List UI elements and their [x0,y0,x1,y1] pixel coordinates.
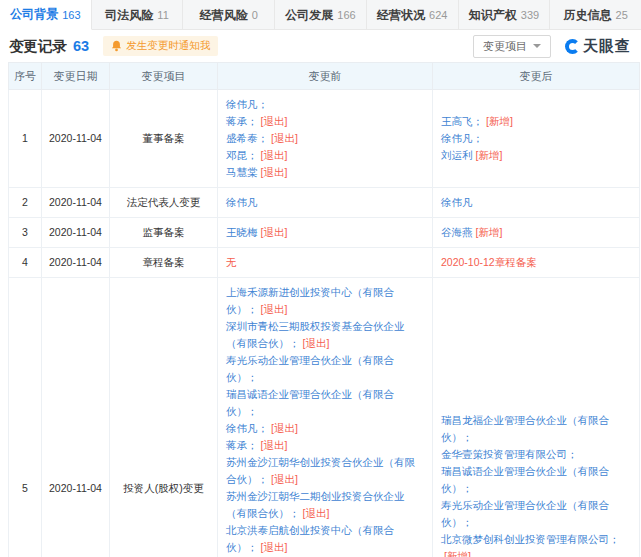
change-item: 法定代表人变更 [110,188,218,218]
change-after-cell: 徐伟凡 [433,188,640,218]
entity-link[interactable]: 徐伟凡； [441,132,483,144]
top-tabbar: 公司背景163司法风险11经营风险0公司发展166经营状况624知识产权339历… [0,0,641,30]
table-row: 32020-11-04监事备案王晓梅[退出]谷海燕[新增] [9,218,640,248]
change-tag: [退出] [261,226,288,238]
change-entry: 北京微梦创科创业投资管理有限公司；[新增] [441,531,631,557]
row-number: 1 [9,90,42,188]
entity-link[interactable]: 刘运利 [441,149,473,161]
change-tag: [退出] [303,337,330,349]
entity-link[interactable]: 寿光乐动企业管理合伙企业（有限合伙）； [226,354,394,383]
entity-link[interactable]: 北京微梦创科创业投资管理有限公司； [441,533,620,545]
notify-label: 发生变更时通知我 [126,39,210,53]
entity-link[interactable]: 金华壹策投资管理有限公司； [441,448,578,460]
filter-dropdown-button[interactable]: 变更项目 [473,35,551,58]
tab-operation-risk[interactable]: 经营风险0 [183,0,275,30]
tab-label: 公司发展 [285,7,333,24]
change-entry: 深圳市青松三期股权投资基金合伙企业（有限合伙）；[退出] [226,318,424,352]
tab-judicial-risk[interactable]: 司法风险11 [92,0,184,30]
change-date: 2020-11-04 [42,278,110,557]
row-number: 3 [9,218,42,248]
notify-badge[interactable]: 发生变更时通知我 [103,36,218,56]
change-entry: 金华壹策投资管理有限公司； [441,446,631,463]
change-before-cell: 徐伟凡 [218,188,433,218]
change-date: 2020-11-04 [42,248,110,278]
tab-count: 166 [337,9,355,21]
table-row: 22020-11-04法定代表人变更徐伟凡徐伟凡 [9,188,640,218]
entity-link[interactable]: 王晓梅 [226,226,258,238]
change-entry: 徐伟凡； [441,130,631,147]
change-tag: [新增] [486,115,513,127]
change-entry: 马慧棠[退出] [226,164,424,181]
tab-label: 经营状况 [377,7,425,24]
tab-count: 11 [157,9,168,21]
tab-count: 624 [429,9,447,21]
entity-link[interactable]: 北京洪泰启航创业投资中心（有限合伙）； [226,524,394,553]
change-entry: 2020-10-12章程备案 [441,254,631,271]
plain-value: 2020-10-12章程备案 [441,256,537,268]
change-item: 投资人(股权)变更 [110,278,218,557]
change-entry: 徐伟凡； [226,96,424,113]
section-count: 63 [73,38,89,54]
change-entry: 苏州金沙江朝华创业投资合伙企业（有限合伙）；[退出] [226,454,424,488]
entity-link[interactable]: 寿光乐动企业管理合伙企业（有限合伙）； [441,499,609,528]
table-header: 序号变更日期变更项目变更前变更后 [9,63,640,90]
entity-link[interactable]: 马慧棠 [226,166,258,178]
entity-link[interactable]: 徐伟凡 [441,196,473,208]
tab-operation-status[interactable]: 经营状况624 [367,0,459,30]
row-number: 4 [9,248,42,278]
change-date: 2020-11-04 [42,90,110,188]
entity-link[interactable]: 瑞昌龙福企业管理合伙企业（有限合伙）； [441,414,609,443]
brand-logo: 天眼查 [565,37,631,56]
change-entry: 徐伟凡 [226,194,424,211]
change-date: 2020-11-04 [42,188,110,218]
entity-link[interactable]: 谷海燕 [441,226,473,238]
entity-link[interactable]: 徐伟凡 [226,196,258,208]
table-row: 42020-11-04章程备案无2020-10-12章程备案 [9,248,640,278]
table-row: 12020-11-04董事备案徐伟凡；蒋承；[退出]盛希泰；[退出]邓昆；[退出… [9,90,640,188]
tab-company-development[interactable]: 公司发展166 [275,0,367,30]
entity-link[interactable]: 瑞昌诚语企业管理合伙企业（有限合伙）； [226,388,394,417]
entity-link[interactable]: 王高飞； [441,115,483,127]
change-tag: [退出] [261,303,288,315]
entity-link[interactable]: 蒋承； [226,115,258,127]
change-tag: [退出] [303,507,330,519]
tab-label: 历史信息 [564,7,612,24]
change-after-cell: 王高飞；[新增]徐伟凡；刘运利[新增] [433,90,640,188]
tab-count: 163 [62,9,80,21]
plain-value: 无 [226,256,237,268]
entity-link[interactable]: 徐伟凡； [226,422,268,434]
entity-link[interactable]: 徐伟凡； [226,98,268,110]
change-entry: 蒋承；[退出] [226,437,424,454]
tab-company-background[interactable]: 公司背景163 [0,0,92,30]
change-before-cell: 王晓梅[退出] [218,218,433,248]
change-before-cell: 无 [218,248,433,278]
tab-count: 25 [616,9,628,21]
tab-history-info[interactable]: 历史信息25 [550,0,641,30]
change-entry: 徐伟凡；[退出] [226,420,424,437]
change-tag: [退出] [261,149,288,161]
entity-link[interactable]: 蒋承； [226,439,258,451]
entity-link[interactable]: 瑞昌诚语企业管理合伙企业（有限合伙）； [441,465,609,494]
entity-link[interactable]: 盛希泰； [226,132,268,144]
change-item: 章程备案 [110,248,218,278]
change-entry: 瑞昌诚语企业管理合伙企业（有限合伙）； [441,463,631,497]
entity-link[interactable]: 苏州金沙江朝华创业投资合伙企业（有限合伙）； [226,456,415,485]
change-entry: 北京洪泰启航创业投资中心（有限合伙）；[退出] [226,522,424,556]
table-row: 52020-11-04投资人(股权)变更上海禾源新进创业投资中心（有限合伙）；[… [9,278,640,557]
change-entry: 瑞昌诚语企业管理合伙企业（有限合伙）； [226,386,424,420]
change-entry: 谷海燕[新增] [441,224,631,241]
change-entry: 寿光乐动企业管理合伙企业（有限合伙）； [441,497,631,531]
entity-link[interactable]: 邓昆； [226,149,258,161]
entity-link[interactable]: 上海禾源新进创业投资中心（有限合伙）； [226,286,394,315]
change-tag: [退出] [271,422,298,434]
change-date: 2020-11-04 [42,218,110,248]
change-tag: [退出] [261,166,288,178]
change-entry: 蒋承；[退出] [226,113,424,130]
change-tag: [新增] [476,149,503,161]
change-entry: 刘运利[新增] [441,147,631,164]
chevron-down-icon [533,44,541,52]
tab-intellectual-property[interactable]: 知识产权339 [459,0,551,30]
filter-label: 变更项目 [483,39,527,54]
brand-name: 天眼查 [583,37,631,56]
column-header: 变更日期 [42,63,110,90]
